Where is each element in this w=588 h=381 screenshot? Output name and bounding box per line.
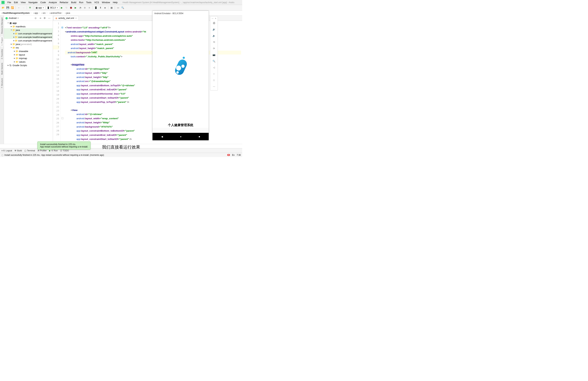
menu-window[interactable]: Window <box>101 0 111 4</box>
tab-favorites[interactable]: 2: Favorites <box>0 48 3 60</box>
apply-changes-icon[interactable]: ↻ <box>64 6 68 10</box>
menu-code[interactable]: Code <box>39 0 47 4</box>
nav-back-icon[interactable]: ◀ <box>161 135 163 138</box>
menu-bar: File Edit View Navigate Code Analyze Ref… <box>0 0 242 5</box>
crumb-androidtest[interactable]: androidTest <box>50 12 62 14</box>
menu-vcs[interactable]: VCS <box>93 0 101 4</box>
save-icon[interactable]: 💾 <box>6 6 10 10</box>
app-module-icon: ▦ <box>36 6 38 9</box>
menu-navigate[interactable]: Navigate <box>27 0 39 4</box>
emulator-power-icon[interactable]: ⏻ <box>210 20 218 26</box>
resource-manager-icon[interactable]: ◈ <box>103 6 107 10</box>
tool-windows-menu-icon[interactable]: ▢ <box>1 154 3 156</box>
todo-icon: ☑ <box>60 149 62 152</box>
menu-edit[interactable]: Edit <box>13 0 19 4</box>
tool-todo[interactable]: ☑TODO <box>60 149 69 152</box>
emulator-volume-up-icon[interactable]: 🔊 <box>210 26 218 32</box>
emulator-title: Android Emulator - BCLX:5554 <box>152 11 209 16</box>
menu-tools[interactable]: Tools <box>85 0 93 4</box>
device-dropdown[interactable]: 📱 BCLX▼ <box>46 6 59 10</box>
terminal-icon: ▢ <box>24 149 26 152</box>
emulator-back-icon[interactable]: ◁ <box>210 64 218 71</box>
nav-home-icon[interactable]: ● <box>180 135 182 138</box>
open-icon[interactable]: 📂 <box>1 6 5 10</box>
svg-rect-0 <box>173 58 188 76</box>
debug-icon[interactable]: 🐞 <box>69 6 73 10</box>
menu-refactor[interactable]: Refactor <box>58 0 70 4</box>
running-devices-icon[interactable]: ▭ <box>116 6 120 10</box>
crumb-java[interactable]: java <box>66 12 70 14</box>
class-marker-icon[interactable]: C <box>61 26 63 29</box>
emulator-zoom-icon[interactable]: 🔍 <box>210 58 218 64</box>
emulator-home-icon[interactable]: ○ <box>210 71 218 77</box>
emulator-side-toolbar: —✕ ⏻ 🔊 🔉 ⟲ ⟳ 📷 🔍 ◁ ○ □ ⋯ <box>210 16 218 90</box>
collapse-icon[interactable]: ⇥ <box>38 16 42 20</box>
main-toolbar: 📂 💾 🔁 ← → ⚒ ▦ app▼ 📱 BCLX▼ ▶ ↻ 🐞 ▶ ◔ ⊕ ■… <box>0 5 242 11</box>
emulator-rotate-right-icon[interactable]: ⟳ <box>210 45 218 52</box>
svg-point-4 <box>183 57 185 59</box>
tab-build-variants[interactable]: Build Variants <box>0 62 3 75</box>
emulator-rotate-left-icon[interactable]: ⟲ <box>210 39 218 45</box>
android-nav-bar: ◀ ● ■ <box>152 133 209 140</box>
build-hammer-icon[interactable]: ⚒ <box>28 6 32 10</box>
line-number-gutter: 1234567891011121314151617181920212223242… <box>53 21 61 144</box>
emulator-overview-icon[interactable]: □ <box>210 77 218 83</box>
project-tool-window: ⬤ Android ▼ ⊙ ⇥ ⚙ — ▼▦app ▶📁manifests ▼📁… <box>4 16 53 144</box>
emulator-window[interactable]: Android Emulator - BCLX:5554 个人健康管理系统 ◀ … <box>152 11 209 140</box>
xml-file-icon: ◧ <box>56 17 57 20</box>
forward-icon[interactable]: → <box>21 6 26 10</box>
run-icon[interactable]: ▶ <box>60 6 64 10</box>
tool-run[interactable]: ▶4: Run <box>49 149 58 152</box>
menu-analyze[interactable]: Analyze <box>47 0 58 4</box>
emulator-minimize-icon[interactable]: — <box>212 18 213 20</box>
tool-build[interactable]: ⚒Build <box>15 149 22 152</box>
tab-resource-manager[interactable]: Resource Manager <box>0 17 3 35</box>
menu-build[interactable]: Build <box>70 0 78 4</box>
video-subtitle: 我们直接看运行效果 <box>102 144 140 150</box>
emulator-more-icon[interactable]: ⋯ <box>210 83 218 90</box>
profiler-icon[interactable]: ◔ <box>78 6 82 10</box>
stop-icon[interactable]: ■ <box>87 6 91 10</box>
events-badge[interactable]: 8 <box>227 154 230 156</box>
clock-time: 7:30 <box>237 154 241 156</box>
sdk-manager-icon[interactable]: ⬇ <box>98 6 103 10</box>
color-preview-icon[interactable] <box>62 117 63 119</box>
tool-logcat[interactable]: ≡6: Logcat <box>1 149 12 152</box>
logcat-icon: ≡ <box>1 149 3 152</box>
crumb-src[interactable]: src <box>43 12 46 14</box>
menu-view[interactable]: View <box>19 0 27 4</box>
crumb-root[interactable]: HealthManagementSystem <box>3 12 30 14</box>
locate-icon[interactable]: ⊙ <box>33 16 38 20</box>
nav-recent-icon[interactable]: ■ <box>199 135 200 138</box>
emulator-volume-down-icon[interactable]: 🔉 <box>210 32 218 39</box>
close-tab-icon[interactable]: ✕ <box>75 17 77 20</box>
emulator-close-icon[interactable]: ✕ <box>215 18 216 20</box>
menu-help[interactable]: Help <box>111 0 119 4</box>
emulator-screenshot-icon[interactable]: 📷 <box>210 52 218 58</box>
menu-run[interactable]: Run <box>78 0 85 4</box>
editor-tab-activity-start[interactable]: ◧ activity_start.xml ✕ <box>54 16 79 20</box>
menu-file[interactable]: File <box>6 0 13 4</box>
tab-structure[interactable]: 7: Structure <box>0 78 3 89</box>
tool-terminal[interactable]: ▢Terminal <box>24 149 35 152</box>
sync-icon[interactable]: 🔁 <box>10 6 15 10</box>
tab-project[interactable]: 1: Project <box>0 37 3 46</box>
coverage-icon[interactable]: ▶ <box>73 6 78 10</box>
events-label[interactable]: Ev <box>232 154 235 156</box>
app-title-text: 个人健康管理系统 <box>152 123 209 127</box>
emulator-screen[interactable]: 个人健康管理系统 ◀ ● ■ <box>152 16 209 140</box>
layout-inspector-icon[interactable]: ▦ <box>109 6 114 10</box>
search-everywhere-icon[interactable]: 🔍 <box>121 6 125 10</box>
run-config-dropdown[interactable]: ▦ app▼ <box>34 6 45 10</box>
project-view-selector[interactable]: ⬤ Android ▼ <box>5 17 19 20</box>
avd-manager-icon[interactable]: 📱 <box>94 6 98 10</box>
android-studio-logo-icon <box>1 1 5 4</box>
settings-gear-icon[interactable]: ⚙ <box>42 16 47 20</box>
attach-debugger-icon[interactable]: ⊕ <box>83 6 87 10</box>
crumb-app[interactable]: app <box>34 12 38 14</box>
project-folder-icon: ▪ <box>1 12 2 14</box>
project-tree[interactable]: ▼▦app ▶📁manifests ▼📁java ▶📁com.example.h… <box>4 21 53 144</box>
back-icon[interactable]: ← <box>17 6 21 10</box>
tool-profiler[interactable]: ◔Profiler <box>37 149 47 152</box>
hide-icon[interactable]: — <box>47 16 51 20</box>
